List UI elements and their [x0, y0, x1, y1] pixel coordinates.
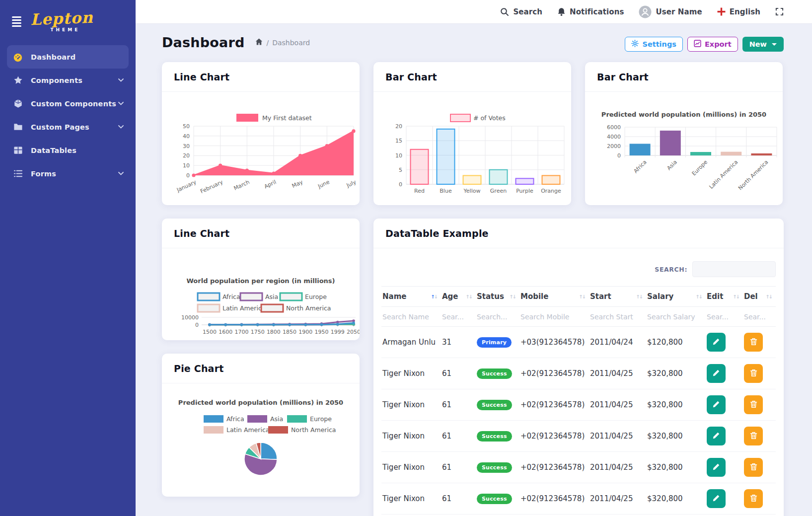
- svg-text:0: 0: [617, 152, 621, 159]
- sidebar-item-forms[interactable]: Forms: [7, 162, 129, 185]
- card-pie-chart: Pie Chart Predicted world population (mi…: [162, 354, 360, 497]
- cell-age: 61: [441, 483, 476, 515]
- cell-mobile: +02(912364578): [519, 483, 589, 515]
- svg-text:10000: 10000: [181, 314, 199, 321]
- filter-input-salary[interactable]: [647, 313, 699, 321]
- column-header-del[interactable]: Del↑↓: [743, 287, 776, 307]
- bell-icon: [557, 7, 566, 16]
- star-icon: [13, 75, 23, 85]
- column-header-mobile[interactable]: Mobile↑↓: [519, 287, 589, 307]
- svg-text:May: May: [291, 179, 304, 190]
- filter-input-start[interactable]: [590, 313, 640, 321]
- svg-text:5: 5: [399, 167, 402, 173]
- sidebar-item-custom-components[interactable]: Custom Components: [7, 92, 129, 115]
- column-header-name[interactable]: Name↑↓: [381, 287, 441, 307]
- delete-button[interactable]: [744, 333, 763, 352]
- column-label: Status: [477, 292, 504, 301]
- svg-text:4000: 4000: [607, 134, 621, 140]
- sidebar-item-dashboard[interactable]: Dashboard: [7, 45, 129, 69]
- topbar-search[interactable]: Search: [500, 7, 542, 16]
- svg-text:# of Votes: # of Votes: [473, 114, 506, 122]
- svg-text:0: 0: [399, 181, 402, 188]
- edit-button[interactable]: [707, 395, 726, 414]
- svg-text:Purple: Purple: [516, 188, 533, 194]
- topbar-user[interactable]: User Name: [639, 5, 702, 18]
- trash-icon: [750, 463, 757, 472]
- logo[interactable]: Lepton THEME: [30, 11, 93, 32]
- svg-text:Africa: Africa: [226, 415, 244, 423]
- topbar-search-label: Search: [513, 7, 542, 16]
- fullscreen-button[interactable]: [775, 7, 784, 16]
- settings-button-label: Settings: [642, 40, 676, 48]
- delete-button[interactable]: [744, 395, 763, 414]
- svg-text:Asia: Asia: [270, 415, 283, 423]
- edit-button[interactable]: [707, 333, 726, 352]
- settings-button[interactable]: Settings: [625, 37, 682, 52]
- sidebar-item-datatables[interactable]: DataTables: [7, 139, 129, 162]
- topbar-language[interactable]: English: [717, 7, 760, 16]
- column-header-status[interactable]: Status↑↓: [476, 287, 519, 307]
- svg-text:Predicted world population (mi: Predicted world population (millions) in…: [178, 399, 343, 406]
- new-button[interactable]: New: [742, 37, 784, 52]
- menu-toggle-icon[interactable]: [12, 16, 21, 27]
- delete-button[interactable]: [744, 458, 763, 477]
- datatable-search-input[interactable]: [692, 261, 776, 277]
- main-content: Dashboard / Dashboard Settings Export Ne…: [136, 24, 812, 516]
- folder-icon: [13, 122, 23, 132]
- filter-input-age[interactable]: [442, 313, 470, 321]
- breadcrumb-sep: /: [266, 39, 269, 47]
- cell-name: Armagan Unlu: [381, 327, 441, 358]
- cell-status: Primary: [476, 327, 519, 358]
- filter-input-mobile[interactable]: [520, 313, 582, 321]
- cell-age: 61: [441, 358, 476, 389]
- column-header-age[interactable]: Age↑↓: [441, 287, 476, 307]
- edit-button[interactable]: [707, 458, 726, 477]
- sidebar-item-custom-pages[interactable]: Custom Pages: [7, 115, 129, 139]
- trash-icon: [750, 494, 757, 504]
- sidebar-item-label: Dashboard: [31, 53, 75, 61]
- card-bar-chart-1: Bar Chart 05101520RedBlueYellowGreenPurp…: [373, 62, 571, 205]
- sidebar-item-components[interactable]: Components: [7, 69, 129, 92]
- svg-text:Blue: Blue: [440, 188, 452, 194]
- svg-text:Europe: Europe: [310, 415, 332, 423]
- svg-text:1700: 1700: [234, 329, 248, 335]
- edit-button[interactable]: [707, 489, 726, 508]
- pencil-icon: [712, 494, 720, 504]
- delete-button[interactable]: [744, 489, 763, 508]
- gear-icon: [631, 40, 639, 49]
- cell-salary: $320,800: [646, 421, 706, 452]
- card-title: Line Chart: [174, 228, 229, 239]
- export-button[interactable]: Export: [687, 37, 738, 52]
- svg-text:March: March: [233, 179, 251, 192]
- topbar-notifications[interactable]: Notifications: [557, 7, 624, 16]
- topbar-language-label: English: [730, 7, 760, 16]
- pencil-icon: [712, 463, 720, 472]
- cell-mobile: +02(912364578): [519, 421, 589, 452]
- svg-text:10: 10: [183, 162, 190, 169]
- edit-button[interactable]: [707, 427, 726, 445]
- svg-text:Green: Green: [490, 188, 507, 194]
- filter-input-name[interactable]: [382, 313, 435, 321]
- filter-input-edit[interactable]: [707, 313, 738, 321]
- table-icon: [13, 146, 23, 155]
- delete-button[interactable]: [744, 364, 763, 383]
- sort-icons: ↑↓: [509, 294, 516, 299]
- sort-icons: ↑↓: [695, 294, 702, 299]
- edit-button[interactable]: [707, 364, 726, 383]
- delete-button[interactable]: [744, 427, 763, 445]
- trash-icon: [750, 338, 757, 347]
- status-badge: Success: [477, 400, 512, 410]
- column-label: Name: [382, 292, 406, 301]
- svg-text:Red: Red: [414, 188, 425, 194]
- column-header-edit[interactable]: Edit↑↓: [706, 287, 743, 307]
- svg-text:July: July: [345, 179, 358, 189]
- sidebar-item-label: Custom Components: [31, 100, 116, 108]
- svg-text:Asia: Asia: [665, 159, 678, 172]
- column-header-salary[interactable]: Salary↑↓: [646, 287, 706, 307]
- card-title: Pie Chart: [174, 363, 223, 374]
- column-header-start[interactable]: Start↑↓: [589, 287, 646, 307]
- card-title: DataTable Example: [385, 228, 489, 239]
- home-icon[interactable]: [255, 38, 263, 47]
- filter-input-del[interactable]: [744, 313, 770, 321]
- filter-input-status[interactable]: [477, 313, 514, 321]
